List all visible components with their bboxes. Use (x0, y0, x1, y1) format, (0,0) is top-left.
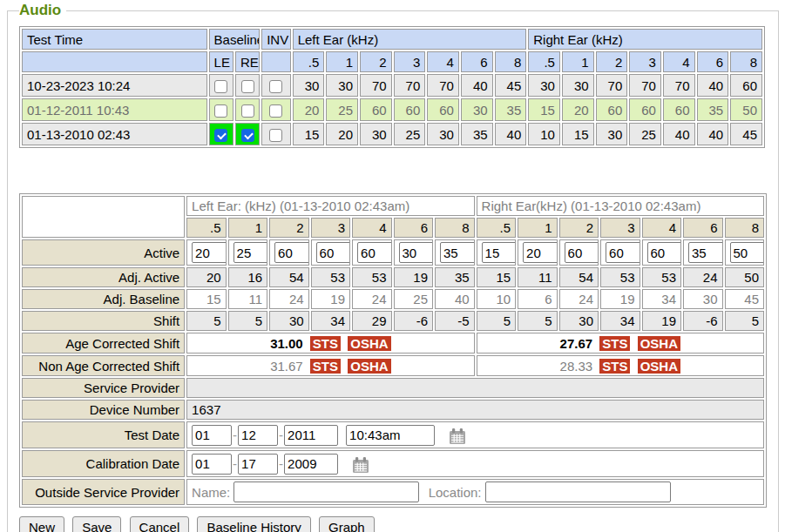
active-threshold-input[interactable] (233, 242, 267, 263)
baseline-re-checkbox[interactable] (241, 129, 254, 142)
baseline-le-checkbox[interactable] (214, 129, 227, 142)
adj-baseline-cell: 45 (725, 289, 765, 309)
adj-active-cell: 50 (725, 267, 765, 287)
calibration-year-input[interactable] (284, 454, 338, 475)
col-le: LE (209, 51, 233, 72)
save-button[interactable]: Save (72, 516, 121, 532)
test-date-month-input[interactable] (192, 425, 232, 446)
adj-active-cell: 16 (228, 267, 267, 287)
freq-header: 2 (269, 218, 308, 238)
active-threshold-input[interactable] (647, 242, 681, 263)
non-age-corrected-right-value: 28.33 (560, 359, 593, 374)
inv-checkbox[interactable] (269, 80, 282, 93)
baseline-le-checkbox[interactable] (214, 104, 227, 118)
outside-location-input[interactable] (485, 481, 671, 502)
shift-cell: 29 (352, 311, 391, 331)
threshold-cell: 45 (730, 123, 762, 145)
shift-cell: -6 (683, 311, 722, 331)
new-button[interactable]: New (19, 516, 64, 532)
baseline-re-cell (235, 74, 260, 97)
shift-row: Shift 5 5 30 34 29 -6 -5 5 5 30 34 19 -6… (22, 311, 764, 331)
inv-checkbox[interactable] (269, 129, 282, 142)
col-re: RE (235, 51, 260, 72)
active-input-cell (435, 239, 475, 266)
test-time-input[interactable] (346, 425, 435, 446)
col-inv: INV (261, 29, 291, 50)
test-time-cell[interactable]: 01-12-2011 10:43 (22, 98, 207, 121)
service-provider-value (186, 378, 764, 398)
baseline-le-checkbox[interactable] (214, 80, 227, 93)
age-corrected-right: 27.67 STS OSHA (477, 333, 764, 354)
active-threshold-input[interactable] (688, 242, 722, 263)
device-number-value: 1637 (186, 400, 764, 420)
baseline-history-button[interactable]: Baseline History (197, 516, 310, 532)
freq-header: 1 (562, 51, 594, 72)
freq-header: 2 (596, 51, 628, 72)
row-label-shift: Shift (22, 311, 185, 331)
test-date-year-input[interactable] (284, 425, 338, 446)
calibration-month-input[interactable] (192, 454, 232, 475)
history-row: 01-12-2011 10:43 20 25 60 60 60 30 35 15… (22, 98, 762, 121)
history-table: Test Time Baseline INV Left Ear (kHz) Ri… (19, 26, 765, 148)
baseline-le-cell (209, 123, 233, 145)
threshold-cell: 60 (596, 98, 628, 121)
active-threshold-input[interactable] (192, 242, 226, 263)
active-threshold-input[interactable] (399, 242, 433, 263)
graph-button[interactable]: Graph (319, 516, 375, 532)
baseline-re-checkbox[interactable] (241, 80, 254, 93)
active-threshold-input[interactable] (357, 242, 391, 263)
shift-cell: 5 (228, 311, 267, 331)
calibration-day-input[interactable] (238, 454, 278, 475)
threshold-cell: 40 (663, 123, 695, 145)
active-threshold-input[interactable] (565, 242, 599, 263)
age-corrected-right-value: 27.67 (560, 336, 593, 351)
row-label-calibration-date: Calibration Date (22, 450, 185, 477)
test-date-row: Test Date -- (22, 421, 764, 448)
active-threshold-input[interactable] (730, 242, 765, 263)
adj-baseline-cell: 19 (600, 289, 640, 309)
active-threshold-input[interactable] (482, 242, 516, 263)
age-corrected-left: 31.00 STS OSHA (186, 333, 474, 354)
test-time-cell[interactable]: 01-13-2010 02:43 (22, 123, 207, 145)
calendar-icon[interactable] (352, 457, 369, 474)
threshold-cell: 60 (730, 74, 762, 97)
active-threshold-input[interactable] (440, 242, 475, 263)
active-threshold-input[interactable] (274, 242, 308, 263)
inv-cell (261, 98, 291, 121)
outside-name-input[interactable] (233, 481, 419, 502)
threshold-cell: 40 (697, 123, 729, 145)
empty-cell (22, 196, 185, 238)
service-provider-row: Service Provider (22, 378, 764, 398)
adj-baseline-cell: 30 (683, 289, 722, 309)
shift-cell: -6 (394, 311, 433, 331)
freq-header: 3 (311, 218, 350, 238)
active-threshold-input[interactable] (606, 242, 640, 263)
active-threshold-input[interactable] (523, 242, 557, 263)
row-label-adj-active: Adj. Active (22, 267, 185, 287)
cancel-button[interactable]: Cancel (130, 516, 190, 532)
history-subheader-row: LE RE .5 1 2 3 4 6 8 .5 1 2 3 4 6 8 (22, 51, 762, 72)
adj-active-cell: 19 (394, 267, 433, 287)
col-left-ear: Left Ear (kHz) (293, 29, 527, 50)
active-input-cell (352, 239, 391, 266)
col-baseline: Baseline (209, 29, 261, 50)
threshold-cell: 70 (360, 74, 392, 97)
row-label-age-corrected: Age Corrected Shift (22, 333, 185, 354)
detail-ear-header-row: Left Ear: (kHz) (01-13-2010 02:43am) Rig… (22, 196, 764, 216)
inv-checkbox[interactable] (269, 104, 282, 118)
test-time-cell[interactable]: 10-23-2023 10:24 (22, 74, 207, 97)
threshold-cell: 30 (326, 74, 358, 97)
right-ear-header: Right Ear(kHz) (01-13-2010 02:43am) (477, 196, 764, 216)
active-input-cell (186, 239, 226, 266)
row-label-adj-baseline: Adj. Baseline (22, 289, 185, 309)
calendar-icon[interactable] (449, 428, 466, 445)
test-date-day-input[interactable] (238, 425, 278, 446)
inv-cell (261, 74, 291, 97)
baseline-re-checkbox[interactable] (241, 104, 254, 118)
active-threshold-input[interactable] (316, 242, 350, 263)
baseline-re-cell (235, 123, 260, 145)
adj-baseline-cell: 40 (435, 289, 475, 309)
freq-header: 2 (559, 218, 599, 238)
adj-active-cell: 53 (311, 267, 350, 287)
sts-badge: STS (599, 359, 630, 374)
